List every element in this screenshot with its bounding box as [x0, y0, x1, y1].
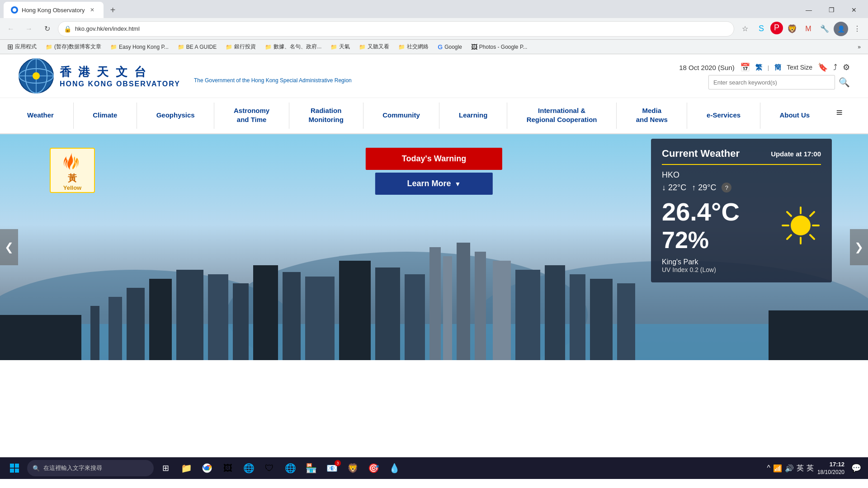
search-button[interactable]: 🔍 [839, 77, 850, 88]
clock-display[interactable]: 17:12 18/10/2020 [817, 460, 844, 476]
svg-line-42 [810, 212, 814, 216]
ime-icon[interactable]: 英 [797, 464, 804, 473]
taskbar-mail[interactable]: 📧 3 [322, 458, 342, 478]
svg-rect-16 [208, 274, 228, 360]
text-size-button[interactable]: Text Size [787, 64, 812, 71]
bookmark-1[interactable]: 📁 (暂存)数据博客文章 [42, 42, 105, 52]
taskbar-app-2[interactable]: 💧 [384, 458, 404, 478]
volume-icon[interactable]: 🔊 [785, 464, 794, 473]
current-humidity: 72% [662, 226, 740, 253]
active-tab[interactable]: Hong Kong Observatory ✕ [4, 2, 104, 18]
google-icon: G [438, 43, 443, 51]
bookmark-more[interactable]: » [854, 42, 864, 52]
address-bar[interactable]: 🔒 hko.gov.hk/en/index.html [58, 21, 734, 37]
taskbar-store[interactable]: 🏪 [301, 458, 321, 478]
nav-astronomy[interactable]: Astronomy and Time [225, 98, 278, 133]
website-content: 香 港 天 文 台 HONG KONG OBSERVATORY The Gove… [0, 54, 868, 479]
settings-icon[interactable]: ⚙ [843, 62, 850, 72]
taskbar-search[interactable]: 🔍 在這裡輸入文字來搜尋 [27, 460, 154, 476]
svg-rect-46 [15, 464, 19, 468]
bookmark-5[interactable]: 📁 數據、名句、政府... [261, 42, 325, 52]
taskbar-task-view[interactable]: ⊞ [156, 458, 175, 478]
ime-icon-2[interactable]: 英 [807, 464, 814, 473]
svg-rect-31 [570, 274, 585, 360]
today-warning-button[interactable]: Today's Warning [366, 148, 502, 170]
bookmark-6[interactable]: 📁 天氣 [327, 42, 354, 52]
svg-line-40 [787, 212, 791, 216]
nav-media[interactable]: Media and News [627, 98, 677, 133]
nav-divider-10 [760, 103, 760, 129]
search-input[interactable] [708, 75, 835, 89]
maximize-button[interactable]: ❐ [821, 3, 842, 17]
taskbar-photos[interactable]: 🖼 [218, 458, 238, 478]
logo-english: HONG KONG OBSERVATORY [60, 80, 180, 88]
taskbar-file-explorer[interactable]: 📁 [176, 458, 196, 478]
carousel-prev-button[interactable]: ❮ [0, 229, 18, 265]
header-tools: 18 Oct 2020 (Sun) 📅 繁 | 簡 Text Size 🔖 ⤴ … [679, 62, 850, 72]
taskbar-browser-2[interactable]: 🌐 [280, 458, 300, 478]
bookmark-photos[interactable]: 🖼 Photos - Google P... [467, 42, 531, 52]
network-icon[interactable]: 📶 [773, 464, 782, 473]
tab-close-button[interactable]: ✕ [88, 6, 96, 14]
nav-divider-1 [73, 103, 74, 129]
weather-main-data: 26.4°C 72% [662, 197, 821, 253]
warning-flame-icon [61, 150, 84, 172]
dropdown-arrow-icon: ▼ [455, 180, 461, 188]
reload-button[interactable]: ↻ [40, 22, 54, 36]
new-tab-button[interactable]: + [105, 3, 120, 17]
carousel-next-button[interactable]: ❯ [850, 229, 868, 265]
bookmark-google[interactable]: G Google [434, 42, 466, 52]
taskbar-brave[interactable]: 🦁 [343, 458, 363, 478]
forward-button[interactable]: → [22, 22, 36, 36]
tray-chevron[interactable]: ^ [767, 464, 770, 472]
nav-climate[interactable]: Climate [84, 98, 126, 133]
menu-icon[interactable]: ⋮ [850, 22, 864, 36]
hero-section: 黃 Yellow Today's Warning Learn More ▼ Cu… [0, 134, 868, 360]
svg-rect-18 [253, 265, 278, 360]
taskbar-app-1[interactable]: 🎯 [363, 458, 383, 478]
nav-radiation[interactable]: Radiation Monitoring [299, 98, 352, 133]
taskbar-chrome[interactable] [197, 458, 217, 478]
notification-center-button[interactable]: 💬 [848, 460, 864, 476]
nav-divider-5 [363, 103, 363, 129]
profile-icon[interactable]: 👤 [834, 22, 848, 36]
minimize-button[interactable]: — [798, 3, 819, 17]
taskbar-edge[interactable]: 🌐 [239, 458, 259, 478]
bookmark-3[interactable]: 📁 BE A GUIDE [174, 42, 220, 52]
weather-panel-title: Current Weather [662, 148, 740, 160]
warning-badge: 黃 Yellow [50, 148, 95, 193]
taskbar-shield[interactable]: 🛡 [259, 458, 279, 478]
nav-learning[interactable]: Learning [450, 98, 496, 133]
bookmark-icon[interactable]: 🔖 [818, 62, 828, 72]
share-icon[interactable]: ⤴ [833, 63, 837, 72]
nav-community[interactable]: Community [373, 98, 429, 133]
bookmark-8[interactable]: 📁 社交網絡 [395, 42, 432, 52]
start-button[interactable] [4, 457, 25, 479]
bookmark-7[interactable]: 📁 又聽又看 [355, 42, 393, 52]
bookmark-4[interactable]: 📁 銀行投資 [222, 42, 259, 52]
nav-hamburger-button[interactable]: ≡ [829, 98, 850, 133]
lang-trad-button[interactable]: 繁 [755, 63, 762, 72]
learn-more-button[interactable]: Learn More ▼ [375, 173, 493, 195]
bookmark-apps[interactable]: ⊞ 应用程式 [4, 41, 40, 52]
svg-rect-15 [176, 270, 203, 360]
bookmark-2[interactable]: 📁 Easy Hong Kong P... [107, 42, 172, 52]
back-button[interactable]: ← [4, 22, 18, 36]
pinterest-icon[interactable]: P [770, 22, 783, 34]
nav-weather[interactable]: Weather [18, 98, 63, 133]
nav-about[interactable]: About Us [770, 98, 819, 133]
calendar-icon[interactable]: 📅 [740, 62, 750, 72]
close-button[interactable]: ✕ [844, 3, 864, 17]
weather-help-button[interactable]: ? [722, 183, 731, 192]
lang-simp-button[interactable]: 簡 [774, 63, 781, 72]
nav-international[interactable]: International & Regional Cooperation [518, 98, 606, 133]
brave-icon[interactable]: 🦁 [785, 22, 799, 36]
nav-geophysics[interactable]: Geophysics [147, 98, 204, 133]
window-controls: — ❐ ✕ [798, 3, 864, 17]
skype-icon[interactable]: S [754, 22, 769, 36]
lock-icon: 🔒 [64, 25, 71, 33]
nav-eservices[interactable]: e-Services [698, 98, 750, 133]
bookmark-star-icon[interactable]: ☆ [738, 22, 752, 36]
gmail-icon[interactable]: M [801, 22, 816, 36]
extensions-icon[interactable]: 🔧 [817, 22, 832, 36]
